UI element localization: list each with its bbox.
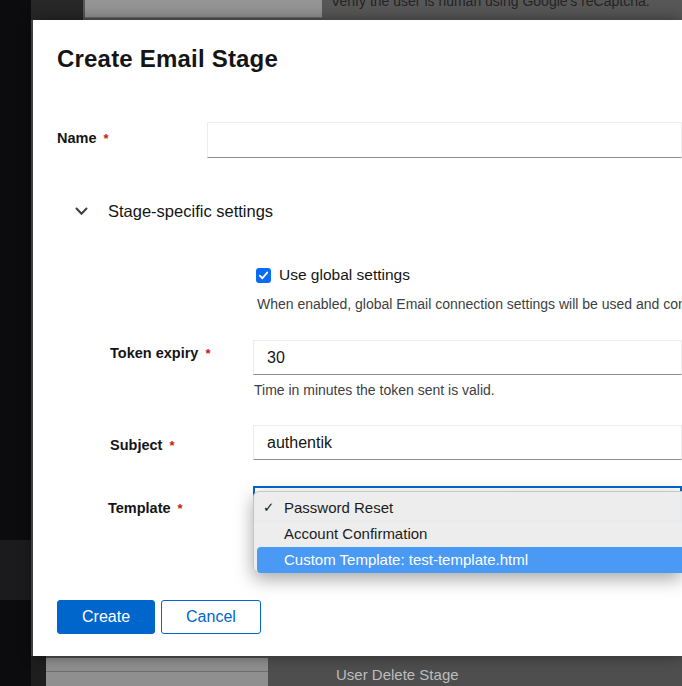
use-global-settings-checkbox[interactable] xyxy=(256,268,271,283)
menu-item-account-confirmation[interactable]: Account Confirmation xyxy=(254,521,682,547)
use-global-settings-label: Use global settings xyxy=(279,266,410,284)
background-bottom-row: User Delete Stage xyxy=(31,656,682,686)
background-top-row: Verify the user is human using Google's … xyxy=(31,0,682,20)
required-asterisk: * xyxy=(104,131,109,146)
required-asterisk: * xyxy=(205,346,210,361)
menu-item-password-reset[interactable]: ✓ Password Reset xyxy=(254,495,682,521)
stage-specific-settings-toggle[interactable]: Stage-specific settings xyxy=(75,200,273,222)
selected-checkmark-icon: ✓ xyxy=(263,495,274,521)
background-cell xyxy=(31,656,46,686)
menu-item-custom-template[interactable]: Custom Template: test-template.html xyxy=(257,547,682,573)
background-row-description: Verify the user is human using Google's … xyxy=(331,0,650,9)
template-label-text: Template xyxy=(108,500,171,516)
required-asterisk: * xyxy=(178,501,183,516)
modal-actions: Create Cancel xyxy=(57,600,261,634)
background-table xyxy=(46,658,268,686)
name-label-text: Name xyxy=(57,130,97,146)
subject-label: Subject* xyxy=(110,437,174,453)
chevron-down-icon xyxy=(75,207,88,216)
sidebar-item xyxy=(0,540,31,600)
name-input[interactable] xyxy=(207,122,682,158)
background-stage-name: User Delete Stage xyxy=(336,666,459,683)
template-label: Template* xyxy=(108,500,183,516)
menu-item-label: Password Reset xyxy=(284,499,393,516)
background-card xyxy=(85,0,322,18)
template-dropdown-menu: ✓ Password Reset Account Confirmation Cu… xyxy=(253,491,682,573)
use-global-settings-row: Use global settings xyxy=(256,266,410,284)
name-label: Name* xyxy=(57,130,109,146)
cancel-button[interactable]: Cancel xyxy=(161,600,261,634)
token-expiry-input[interactable] xyxy=(253,340,682,375)
modal-title: Create Email Stage xyxy=(57,45,278,73)
token-expiry-label-text: Token expiry xyxy=(110,345,198,361)
menu-item-label: Custom Template: test-template.html xyxy=(284,551,528,568)
app-sidebar xyxy=(0,0,31,686)
token-expiry-help: Time in minutes the token sent is valid. xyxy=(254,382,682,398)
row-divider xyxy=(46,671,268,672)
checkmark-icon xyxy=(258,270,269,281)
token-expiry-label: Token expiry* xyxy=(110,345,210,361)
group-label: Stage-specific settings xyxy=(108,202,273,221)
subject-input[interactable] xyxy=(253,425,682,460)
required-asterisk: * xyxy=(169,438,174,453)
use-global-settings-help: When enabled, global Email connection se… xyxy=(257,296,682,312)
menu-item-label: Account Confirmation xyxy=(284,525,427,542)
background-expanded-cell xyxy=(31,0,83,20)
subject-label-text: Subject xyxy=(110,437,162,453)
create-button[interactable]: Create xyxy=(57,600,155,634)
